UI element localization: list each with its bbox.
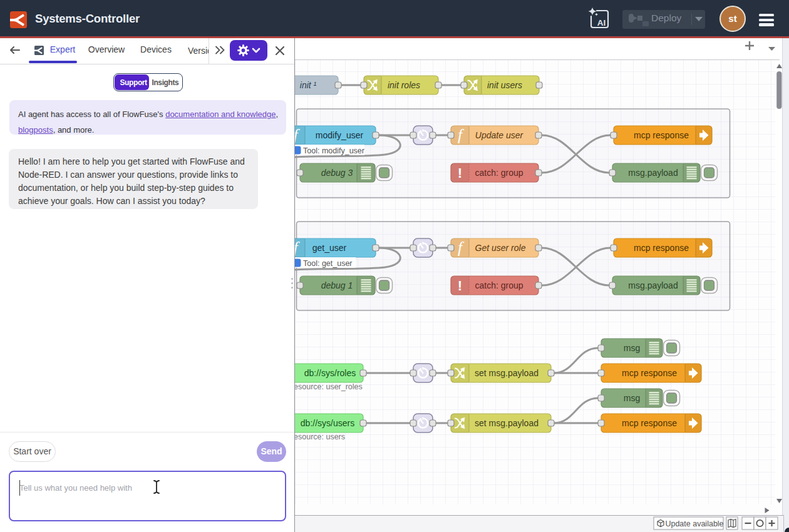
- svg-text:catch: group: catch: group: [475, 168, 523, 178]
- svg-text:debug 3: debug 3: [321, 168, 353, 178]
- svg-text:Get user role: Get user role: [475, 243, 526, 253]
- svg-text:Tool: modify_user: Tool: modify_user: [303, 146, 364, 155]
- svg-text:mcp response: mcp response: [622, 368, 677, 378]
- svg-text:db://sys/roles: db://sys/roles: [304, 368, 356, 378]
- svg-text:Update user: Update user: [475, 130, 524, 140]
- svg-text:db://sys/users: db://sys/users: [301, 418, 354, 428]
- svg-text:Resource: user_roles: Resource: user_roles: [288, 382, 363, 391]
- svg-text:set msg.payload: set msg.payload: [475, 418, 539, 428]
- svg-text:get_user: get_user: [312, 243, 347, 253]
- svg-text:modify_user: modify_user: [316, 130, 364, 140]
- svg-text:!: !: [458, 278, 462, 294]
- svg-text:init roles: init roles: [388, 80, 420, 90]
- svg-text:msg.payload: msg.payload: [628, 280, 678, 290]
- svg-text:Update available: Update available: [665, 519, 723, 528]
- svg-text:mcp response: mcp response: [622, 418, 677, 428]
- svg-text:init ¹: init ¹: [300, 80, 317, 90]
- svg-text:Resource: users: Resource: users: [288, 432, 345, 441]
- svg-text:msg.payload: msg.payload: [628, 168, 678, 178]
- svg-text:Tool: get_user: Tool: get_user: [303, 259, 353, 268]
- svg-text:msg: msg: [624, 393, 640, 403]
- svg-text:mcp response: mcp response: [634, 130, 689, 140]
- svg-text:!: !: [458, 165, 462, 181]
- svg-text:AI: AI: [597, 18, 606, 28]
- svg-text:catch: group: catch: group: [475, 280, 523, 290]
- svg-text:mcp response: mcp response: [634, 243, 689, 253]
- svg-text:init users: init users: [487, 80, 522, 90]
- svg-text:debug 1: debug 1: [321, 280, 353, 290]
- svg-text:msg: msg: [624, 343, 640, 353]
- svg-text:set msg.payload: set msg.payload: [475, 368, 539, 378]
